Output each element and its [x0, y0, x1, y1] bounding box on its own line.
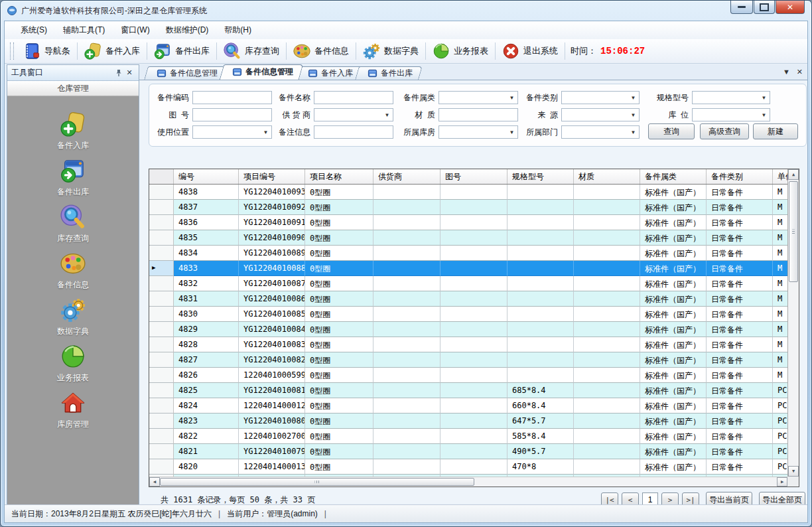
table-row[interactable]: 4829YG122040100840型圈标准件（国产）日常备件M	[149, 322, 799, 337]
tab-list-dropdown-icon[interactable]: ▼	[783, 67, 790, 76]
sidebar-item-business-report[interactable]: 业务报表	[7, 340, 139, 387]
supplier-select[interactable]: ▼	[314, 108, 393, 121]
column-header-5[interactable]: 图号	[440, 169, 508, 184]
column-header-3[interactable]: 项目名称	[305, 169, 373, 184]
menu-item-window[interactable]: 窗口(W)	[113, 22, 157, 38]
row-selector-cell[interactable]	[149, 429, 174, 444]
part-name-input[interactable]	[314, 91, 393, 104]
row-selector-cell[interactable]	[149, 459, 174, 475]
tab-2-active[interactable]: 备件信息管理	[222, 64, 301, 80]
row-selector-cell[interactable]	[149, 368, 174, 383]
part-code-input[interactable]	[192, 91, 272, 104]
column-header-6[interactable]: 规格型号	[508, 169, 574, 184]
row-selector-cell[interactable]	[149, 185, 174, 200]
toolbar-button-data-dictionary[interactable]: 数据字典	[358, 40, 424, 62]
row-selector-cell[interactable]	[149, 444, 174, 459]
dock-close-icon[interactable]: ✕	[124, 68, 135, 78]
table-row[interactable]: 4832YG122040100870型圈标准件（国产）日常备件M	[149, 276, 799, 291]
query-button[interactable]: 查询	[648, 123, 695, 139]
toolbar-button-parts-inbound[interactable]: 备件入库	[79, 40, 145, 62]
row-selector-cell[interactable]	[149, 246, 174, 261]
tab-1[interactable]: 备件信息管理	[146, 66, 226, 80]
new-button[interactable]: 新建	[753, 123, 798, 139]
vertical-scrollbar[interactable]: ▲▼	[787, 169, 799, 477]
row-selector-cell[interactable]	[149, 215, 174, 230]
table-row[interactable]: 4821YG122040100790型圈490*5.7标准件（国产）日常备件PC	[149, 444, 799, 459]
column-header-2[interactable]: 项目编号	[239, 169, 305, 184]
toolbar-button-inventory-query[interactable]: 库存查询	[218, 40, 285, 62]
toolbar-button-parts-info[interactable]: 备件信息	[288, 40, 354, 62]
column-header-7[interactable]: 材质	[574, 169, 640, 184]
part-class-select[interactable]: ▼	[561, 91, 640, 104]
table-row[interactable]: 482612204010005990型圈标准件（国产）日常备件M	[149, 368, 799, 383]
warehouse-select[interactable]: ▼	[439, 125, 518, 139]
scroll-up-arrow[interactable]: ▲	[788, 169, 799, 180]
sidebar-item-parts-inbound[interactable]: 备件入库	[7, 108, 139, 155]
toolbar-button-exit-system[interactable]: 退出系统	[497, 40, 563, 62]
row-selector-cell[interactable]	[149, 383, 174, 398]
spec-model-select[interactable]: ▼	[692, 91, 770, 104]
table-row[interactable]: 4830YG122040100850型圈标准件（国产）日常备件M	[149, 307, 799, 322]
scroll-down-arrow[interactable]: ▼	[788, 466, 799, 477]
row-selector-cell[interactable]	[149, 276, 174, 291]
table-row[interactable]: 482012204014000130型圈470*8标准件（国产）日常备件PC	[149, 459, 799, 475]
column-header-1[interactable]: 编号	[174, 169, 239, 184]
toolbar-grip[interactable]	[10, 42, 14, 60]
sidebar-item-inventory-query[interactable]: 库存查询	[7, 201, 139, 248]
column-header-8[interactable]: 备件属类	[640, 169, 707, 184]
toolbar-button-parts-outbound[interactable]: 备件出库	[149, 40, 215, 62]
close-button[interactable]: ✕	[776, 1, 805, 14]
row-selector-cell[interactable]	[149, 398, 174, 414]
table-row[interactable]: 482412204014000120型圈660*8.4标准件（国产）日常备件PC	[149, 398, 799, 414]
toolbar-button-business-report[interactable]: 业务报表	[427, 40, 494, 62]
scroll-right-arrow[interactable]: ▶	[777, 477, 787, 487]
table-row[interactable]: 4834YG122040100890型圈标准件（国产）日常备件M	[149, 246, 799, 261]
title-bar[interactable]: 广州爱奇迪软件科技有限公司-深田之星仓库管理系统	[1, 1, 811, 21]
table-row[interactable]: 4837YG122040100920型圈标准件（国产）日常备件M	[149, 200, 799, 215]
department-select[interactable]: ▼	[561, 125, 640, 139]
scroll-left-arrow[interactable]: ◀	[149, 477, 160, 487]
row-selector-cell[interactable]	[149, 230, 174, 246]
toolbar-button-navbar[interactable]: 导航条	[18, 40, 76, 62]
tab-close-icon[interactable]: ✕	[797, 67, 803, 76]
vertical-scroll-thumb[interactable]	[789, 181, 798, 282]
remark-input[interactable]	[314, 125, 393, 139]
tab-4[interactable]: 备件出库	[357, 66, 421, 80]
pin-icon[interactable]	[113, 68, 124, 78]
menu-item-data-maintenance[interactable]: 数据维护(D)	[158, 22, 217, 38]
row-selector-cell[interactable]	[149, 322, 174, 337]
maximize-button[interactable]	[754, 1, 775, 14]
column-header-4[interactable]: 供货商	[373, 169, 440, 184]
row-selector-cell[interactable]	[149, 291, 174, 307]
usage-position-select[interactable]: ▼	[192, 125, 272, 139]
table-row[interactable]: 4828YG122040100830型圈标准件（国产）日常备件M	[149, 337, 799, 352]
column-header-9[interactable]: 备件类别	[707, 169, 773, 184]
minimize-button[interactable]	[730, 1, 753, 14]
table-row-selected[interactable]: ▶4833YG122040100880型圈标准件（国产）日常备件M	[149, 261, 799, 276]
table-row[interactable]: 4827YG122040100820型圈标准件（国产）日常备件M	[149, 352, 799, 368]
sidebar-item-data-dictionary[interactable]: 数据字典	[7, 294, 139, 340]
table-row[interactable]: 4838YG122040100930型圈标准件（国产）日常备件M	[149, 185, 799, 200]
material-input[interactable]	[439, 108, 518, 121]
row-selector-cell[interactable]	[149, 337, 174, 352]
tab-3[interactable]: 备件入库	[297, 66, 361, 80]
table-row[interactable]: 4825YG122040100810型圈685*8.4标准件（国产）日常备件PC	[149, 383, 799, 398]
location-select[interactable]: ▼	[692, 108, 770, 121]
sidebar-item-parts-outbound[interactable]: 备件出库	[7, 155, 139, 201]
row-selector-cell[interactable]	[149, 414, 174, 429]
row-selector-cell[interactable]	[149, 200, 174, 215]
table-row[interactable]: 4823YG122040100800型圈647*5.7标准件（国产）日常备件PC	[149, 414, 799, 429]
drawing-no-input[interactable]	[192, 108, 272, 121]
sidebar-item-parts-info[interactable]: 备件信息	[7, 248, 139, 294]
menu-item-system[interactable]: 系统(S)	[13, 22, 55, 38]
menu-item-help[interactable]: 帮助(H)	[216, 22, 259, 38]
horizontal-scrollbar[interactable]: ◀▶	[149, 477, 787, 487]
table-row[interactable]: 4835YG122040100900型圈标准件（国产）日常备件M	[149, 230, 799, 246]
advanced-query-button[interactable]: 高级查询	[700, 123, 749, 139]
source-select[interactable]: ▼	[561, 108, 640, 121]
row-selector-cell[interactable]: ▶	[149, 261, 174, 276]
row-selector-cell[interactable]	[149, 352, 174, 368]
sidebar-item-warehouse-management[interactable]: 库房管理	[7, 387, 139, 433]
horizontal-scroll-thumb[interactable]	[160, 478, 474, 486]
menu-item-aux-tools[interactable]: 辅助工具(T)	[55, 22, 113, 38]
